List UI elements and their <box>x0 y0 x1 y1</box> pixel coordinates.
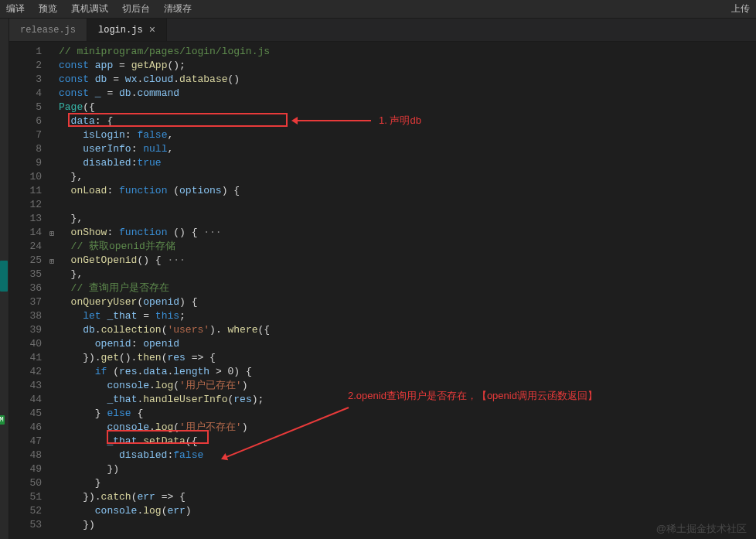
code-line[interactable]: // 查询用户是否存在 <box>59 281 756 295</box>
line-number: 25⊞ <box>9 254 59 268</box>
line-number: 1 <box>9 45 59 59</box>
line-number: 5 <box>9 101 59 114</box>
code-line[interactable]: console.log('用户不存在') <box>59 421 756 435</box>
activity-badge-teal <box>0 261 8 292</box>
line-number: 48 <box>9 449 59 462</box>
code-line[interactable]: data: { <box>59 114 756 128</box>
line-number: 46 <box>9 421 59 435</box>
code-line[interactable]: } else { <box>59 407 756 421</box>
code-line[interactable]: openid: openid <box>59 337 756 351</box>
code-line[interactable]: // miniprogram/pages/login/login.js <box>59 45 756 59</box>
tab-label: login.js <box>98 25 143 36</box>
line-number: 44 <box>9 393 59 407</box>
activity-badge-m: M <box>0 415 5 425</box>
line-number: 12 <box>9 198 59 212</box>
menu-compile[interactable]: 编译 <box>6 2 25 15</box>
code-line[interactable]: onLoad: function (options) { <box>59 184 756 198</box>
line-number: 11 <box>9 184 59 198</box>
code-line[interactable]: }, <box>59 268 756 281</box>
line-number: 37 <box>9 295 59 309</box>
code-line[interactable]: }) <box>59 462 756 476</box>
line-number: 49 <box>9 462 59 476</box>
close-icon[interactable]: × <box>149 24 155 36</box>
line-number: 24 <box>9 240 59 254</box>
code-content[interactable]: // miniprogram/pages/login/login.jsconst… <box>59 42 756 539</box>
code-line[interactable]: let _that = this; <box>59 309 756 323</box>
line-number: 2 <box>9 59 59 73</box>
line-number: 6 <box>9 114 59 128</box>
code-line[interactable]: console.log(err) <box>59 504 756 518</box>
code-line[interactable]: disabled:false <box>59 449 756 462</box>
line-number: 3 <box>9 73 59 87</box>
code-line[interactable]: userInfo: null, <box>59 142 756 156</box>
menubar: 编译 预览 真机调试 切后台 清缓存 上传 <box>0 0 756 19</box>
activity-bar: M <box>0 19 9 539</box>
fold-icon[interactable]: ⊞ <box>46 227 54 235</box>
code-editor[interactable]: 1234567891011121314⊞2425⊞353637383940414… <box>9 42 756 539</box>
line-number: 35 <box>9 268 59 281</box>
code-line[interactable]: onGetOpenid() { ··· <box>59 254 756 268</box>
code-line[interactable]: }) <box>59 518 756 532</box>
tab-release-js[interactable]: release.js <box>9 19 87 41</box>
line-number: 4 <box>9 87 59 101</box>
code-line[interactable]: _that.handleUserInfo(res); <box>59 393 756 407</box>
line-number: 10 <box>9 170 59 184</box>
menu-clear[interactable]: 清缓存 <box>164 2 192 15</box>
code-line[interactable]: isLogin: false, <box>59 128 756 142</box>
line-number: 13 <box>9 212 59 226</box>
editor-tabs: release.js login.js × <box>9 19 756 42</box>
code-line[interactable]: }).catch(err => { <box>59 490 756 504</box>
line-number: 9 <box>9 156 59 170</box>
line-number: 45 <box>9 407 59 421</box>
line-number: 40 <box>9 337 59 351</box>
code-line[interactable]: const _ = db.command <box>59 87 756 101</box>
code-line[interactable]: }).get().then(res => { <box>59 351 756 365</box>
fold-icon[interactable]: ⊞ <box>46 255 54 263</box>
line-number: 7 <box>9 128 59 142</box>
line-number: 38 <box>9 309 59 323</box>
code-line[interactable]: const db = wx.cloud.database() <box>59 73 756 87</box>
code-line[interactable]: }, <box>59 212 756 226</box>
line-number: 36 <box>9 281 59 295</box>
watermark: @稀土掘金技术社区 <box>656 522 747 536</box>
code-line[interactable]: if (res.data.length > 0) { <box>59 365 756 379</box>
menu-remote[interactable]: 真机调试 <box>71 2 108 15</box>
line-number: 14⊞ <box>9 226 59 240</box>
menu-upload[interactable]: 上传 <box>731 2 750 15</box>
code-line[interactable]: onShow: function () { ··· <box>59 226 756 240</box>
code-line[interactable]: const app = getApp(); <box>59 59 756 73</box>
menu-preview[interactable]: 预览 <box>39 2 57 15</box>
menu-bg[interactable]: 切后台 <box>122 2 150 15</box>
line-number: 39 <box>9 323 59 337</box>
code-line[interactable]: console.log('用户已存在') <box>59 379 756 393</box>
code-line[interactable]: } <box>59 476 756 490</box>
line-number: 43 <box>9 379 59 393</box>
line-number: 51 <box>9 490 59 504</box>
line-number: 50 <box>9 476 59 490</box>
line-number: 53 <box>9 518 59 532</box>
code-line[interactable]: disabled:true <box>59 156 756 170</box>
code-line[interactable]: _that.setData({ <box>59 435 756 449</box>
code-line[interactable]: // 获取openid并存储 <box>59 240 756 254</box>
code-line[interactable]: Page({ <box>59 101 756 114</box>
tab-label: release.js <box>20 25 76 36</box>
code-line[interactable]: }, <box>59 170 756 184</box>
code-line[interactable] <box>59 198 756 212</box>
line-number: 52 <box>9 504 59 518</box>
line-number: 41 <box>9 351 59 365</box>
tab-login-js[interactable]: login.js × <box>87 19 167 41</box>
code-line[interactable]: onQueryUser(openid) { <box>59 295 756 309</box>
line-number: 47 <box>9 435 59 449</box>
line-number: 42 <box>9 365 59 379</box>
line-gutter: 1234567891011121314⊞2425⊞353637383940414… <box>9 42 59 539</box>
code-line[interactable]: db.collection('users'). where({ <box>59 323 756 337</box>
line-number: 8 <box>9 142 59 156</box>
